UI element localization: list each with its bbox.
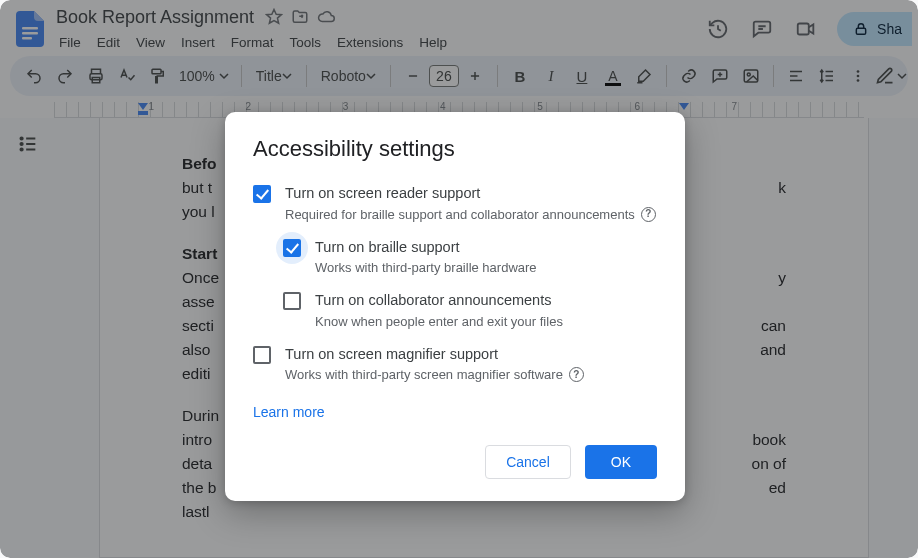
option-description: Works with third-party braille hardware bbox=[315, 260, 537, 275]
option-label: Turn on screen reader support bbox=[285, 184, 656, 204]
option-description: Required for braille support and collabo… bbox=[285, 207, 656, 222]
ok-button[interactable]: OK bbox=[585, 445, 657, 479]
option-description: Works with third-party screen magnifier … bbox=[285, 367, 584, 382]
accessibility-option: Turn on braille supportWorks with third-… bbox=[283, 238, 657, 276]
learn-more-link[interactable]: Learn more bbox=[253, 404, 325, 420]
app-window: Book Report Assignment File Edit View In… bbox=[0, 0, 918, 558]
option-label: Turn on collaborator announcements bbox=[315, 291, 563, 311]
checkbox[interactable] bbox=[253, 346, 271, 364]
option-label: Turn on screen magnifier support bbox=[285, 345, 584, 365]
accessibility-option: Turn on collaborator announcementsKnow w… bbox=[283, 291, 657, 329]
help-icon[interactable]: ? bbox=[641, 207, 656, 222]
accessibility-dialog: Accessibility settings Turn on screen re… bbox=[225, 112, 685, 501]
checkbox[interactable] bbox=[253, 185, 271, 203]
accessibility-option: Turn on screen magnifier supportWorks wi… bbox=[253, 345, 657, 383]
dialog-title: Accessibility settings bbox=[253, 136, 657, 162]
checkbox[interactable] bbox=[283, 239, 301, 257]
checkbox[interactable] bbox=[283, 292, 301, 310]
help-icon[interactable]: ? bbox=[569, 367, 584, 382]
option-description: Know when people enter and exit your fil… bbox=[315, 314, 563, 329]
accessibility-option: Turn on screen reader supportRequired fo… bbox=[253, 184, 657, 222]
option-label: Turn on braille support bbox=[315, 238, 537, 258]
cancel-button[interactable]: Cancel bbox=[485, 445, 571, 479]
